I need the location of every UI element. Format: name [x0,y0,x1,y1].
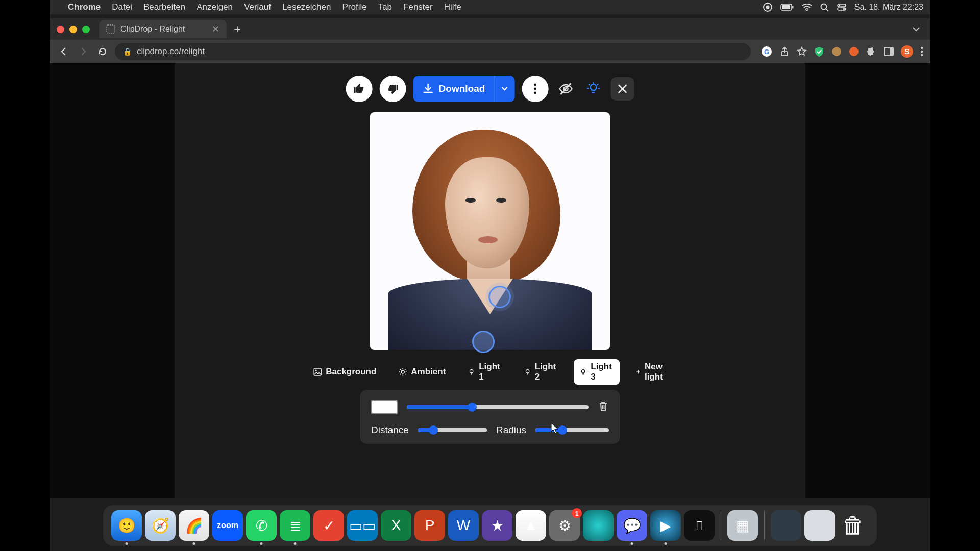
window-controls [57,26,90,33]
tab-light3[interactable]: Light 3 [574,359,620,385]
window-minimize[interactable] [69,26,77,33]
tabs-dropdown-icon[interactable] [912,24,920,34]
menu-verlauf[interactable]: Verlauf [244,2,271,12]
tab-light3-label: Light 3 [591,362,614,382]
tab-light2[interactable]: Light 2 [518,359,564,385]
bulb-icon [524,368,531,376]
tab-ambient[interactable]: Ambient [393,364,452,380]
tab-light2-label: Light 2 [535,362,558,382]
radius-slider[interactable] [535,428,609,432]
dock-whatsapp[interactable]: ✆ [246,510,277,541]
share-icon[interactable] [779,46,790,57]
delete-light-button[interactable] [598,400,609,414]
dock-trello[interactable]: ▭▭ [347,510,378,541]
dock-finder[interactable]: 🙂 [111,510,142,541]
window-close[interactable] [57,26,64,33]
dock-quicktime[interactable]: ▶ [650,510,681,541]
menu-hilfe[interactable]: Hilfe [444,2,461,12]
more-options-button[interactable] [522,76,548,102]
close-editor-button[interactable] [610,77,634,101]
dock-trash[interactable]: 🗑 [838,510,869,541]
menubar-app-name[interactable]: Chrome [68,2,101,12]
menubar-record-icon[interactable] [763,3,772,12]
add-light-button[interactable]: New light [630,359,673,385]
menubar-battery-icon[interactable] [780,4,794,11]
menu-anzeigen[interactable]: Anzeigen [197,2,233,12]
tab-close-icon[interactable]: ✕ [212,23,219,35]
download-options-button[interactable] [494,76,514,102]
svg-point-21 [921,54,923,56]
nav-reload-button[interactable] [95,44,110,59]
light-handle-1[interactable] [488,286,511,308]
dock-todoist[interactable]: ✓ [313,510,344,541]
browser-tabstrip: ClipDrop - Relight ✕ + [50,18,930,40]
distance-label: Distance [371,424,409,436]
ext-icon-1[interactable] [831,46,842,57]
dock-safari[interactable]: 🧭 [145,510,176,541]
image-canvas[interactable] [370,112,610,350]
svg-point-23 [534,88,536,90]
address-bar[interactable]: 🔒 clipdrop.co/relight [115,43,751,60]
dock-excel[interactable]: X [381,510,411,541]
nav-back-button[interactable] [57,44,71,59]
visibility-toggle-icon[interactable] [555,82,576,95]
svg-point-22 [534,84,536,86]
menubar-wifi-icon[interactable] [802,4,812,11]
extensions-puzzle-icon[interactable] [866,46,876,57]
menubar-control-center-icon[interactable] [837,4,846,11]
dock-zoom[interactable]: zoom [212,510,243,541]
add-light-label: New light [645,362,667,382]
svg-line-37 [405,369,405,370]
menu-datei[interactable]: Datei [112,2,132,12]
dock-discord[interactable]: 💬 [617,510,647,541]
tab-background[interactable]: Background [307,364,382,380]
light-color-swatch[interactable] [371,400,398,414]
ext-icon-2[interactable] [849,46,859,57]
menu-profile[interactable]: Profile [342,2,366,12]
dock-desktop2[interactable] [804,510,835,541]
distance-thumb[interactable] [429,425,438,435]
thumbs-up-button[interactable] [346,76,373,102]
svg-point-11 [843,8,845,10]
dock-settings[interactable]: ⚙1 [549,510,580,541]
dock-powerpoint[interactable]: P [414,510,445,541]
dock-siri[interactable] [583,510,614,541]
menu-tab[interactable]: Tab [378,2,392,12]
tab-light1-label: Light 1 [479,362,502,382]
address-url: clipdrop.co/relight [137,46,205,57]
nav-forward-button[interactable] [76,44,90,59]
tab-light1[interactable]: Light 1 [462,359,508,385]
light-handle-2[interactable] [472,331,495,353]
intensity-slider[interactable] [407,405,589,409]
dock-voicememos[interactable]: ⎍ [684,510,715,541]
google-account-icon[interactable]: G [761,46,772,57]
dock-imovie[interactable]: ★ [482,510,512,541]
bookmark-star-icon[interactable] [797,46,807,57]
dock-drive[interactable]: ▲ [516,510,546,541]
dock-spotify[interactable]: ≣ [280,510,310,541]
dock-launchpad[interactable]: ▦ [727,510,758,541]
dock-chrome[interactable]: 🌈 [179,510,209,541]
menu-fenster[interactable]: Fenster [403,2,433,12]
svg-rect-3 [792,6,794,9]
sidepanel-icon[interactable] [884,47,894,56]
radius-thumb[interactable] [558,425,567,435]
profile-avatar[interactable]: S [901,45,913,58]
relight-mode-icon[interactable] [583,82,603,95]
chrome-menu-icon[interactable] [920,46,923,57]
menubar-clock[interactable]: Sa. 18. März 22:23 [854,3,923,12]
browser-tab[interactable]: ClipDrop - Relight ✕ [99,20,227,38]
thumbs-down-button[interactable] [380,76,406,102]
download-button[interactable]: Download [413,76,515,102]
dock-word[interactable]: W [448,510,479,541]
menu-lesezeichen[interactable]: Lesezeichen [282,2,331,12]
distance-slider[interactable] [418,428,487,432]
ext-shield-icon[interactable] [814,46,824,57]
menu-bearbeiten[interactable]: Bearbeiten [143,2,185,12]
window-zoom[interactable] [82,26,90,33]
intensity-thumb[interactable] [468,403,477,412]
dock-desktop1[interactable] [771,510,801,541]
new-tab-button[interactable]: + [234,22,241,36]
menubar-search-icon[interactable] [820,3,829,12]
lock-icon: 🔒 [123,47,132,56]
